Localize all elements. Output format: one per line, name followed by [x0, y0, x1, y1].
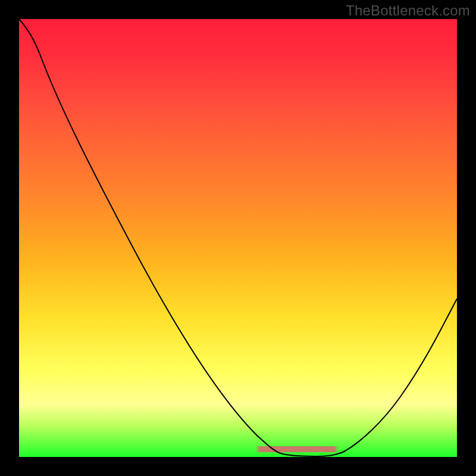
curve-layer: [19, 19, 457, 457]
chart-frame: TheBottleneck.com: [0, 0, 476, 476]
bottleneck-curve-path: [19, 19, 457, 456]
plot-area: [19, 19, 457, 457]
watermark-text: TheBottleneck.com: [346, 2, 470, 19]
